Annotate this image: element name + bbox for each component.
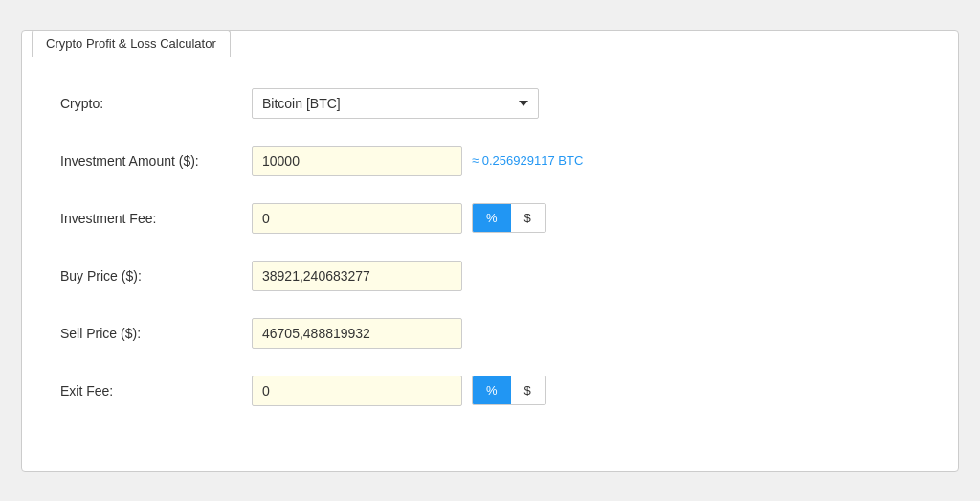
exit-fee-label: Exit Fee: [60,383,252,399]
buy-price-control [252,261,462,291]
crypto-label: Crypto: [60,96,252,111]
exit-fee-dollar-button[interactable]: $ [511,376,545,404]
crypto-control: Bitcoin [BTC] Ethereum [ETH] Litecoin [L… [252,88,539,119]
investment-amount-control: ≈ 0.256929117 BTC [252,146,583,176]
investment-fee-label: Investment Fee: [60,211,252,226]
investment-amount-row: Investment Amount ($): ≈ 0.256929117 BTC [60,146,920,176]
sell-price-label: Sell Price ($): [60,326,252,341]
investment-fee-row: Investment Fee: % $ [60,203,920,234]
buy-price-input[interactable] [252,261,462,291]
investment-amount-label: Investment Amount ($): [60,153,252,169]
exit-fee-toggle: % $ [472,376,546,405]
sell-price-row: Sell Price ($): [60,318,920,349]
btc-equiv-text: ≈ 0.256929117 BTC [472,153,583,168]
investment-amount-input[interactable] [252,146,462,176]
investment-fee-control: % $ [252,203,546,234]
exit-fee-input[interactable] [252,376,462,406]
investment-fee-input[interactable] [252,203,462,234]
investment-fee-pct-button[interactable]: % [473,204,511,232]
sell-price-control [252,318,462,349]
buy-price-row: Buy Price ($): [60,261,920,291]
investment-fee-toggle: % $ [472,203,546,233]
investment-fee-dollar-button[interactable]: $ [511,204,545,232]
sell-price-input[interactable] [252,318,462,349]
exit-fee-row: Exit Fee: % $ [60,376,920,406]
exit-fee-pct-button[interactable]: % [473,376,511,404]
tab-label: Crypto Profit & Loss Calculator [32,30,231,57]
crypto-row: Crypto: Bitcoin [BTC] Ethereum [ETH] Lit… [60,88,920,119]
exit-fee-control: % $ [252,376,546,406]
buy-price-label: Buy Price ($): [60,268,252,284]
calculator-container: Crypto Profit & Loss Calculator Crypto: … [21,30,959,472]
crypto-select[interactable]: Bitcoin [BTC] Ethereum [ETH] Litecoin [L… [252,88,539,119]
